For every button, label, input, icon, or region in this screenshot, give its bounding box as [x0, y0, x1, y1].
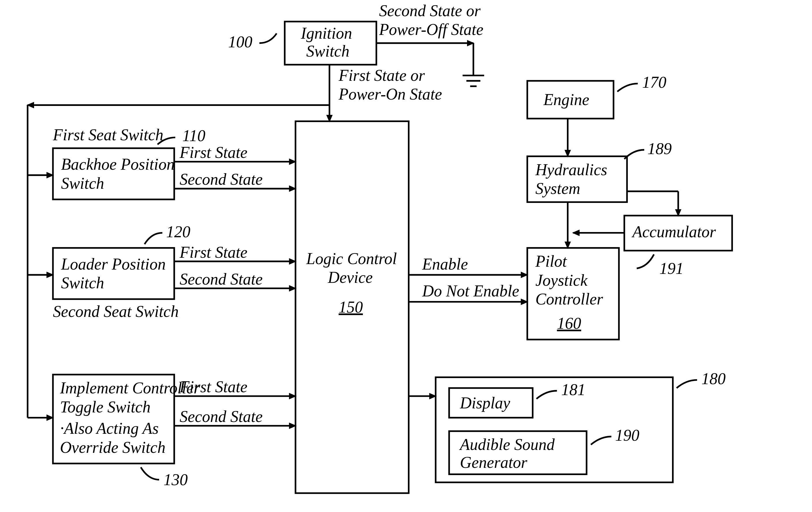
second-seat-switch-label: Second Seat Switch: [53, 302, 179, 320]
power-off-label-1: Second State or: [379, 2, 481, 20]
power-on-label-2: Power-On State: [338, 85, 442, 103]
hyd-label-1: Hydraulics: [535, 161, 607, 179]
logic-label-2: Device: [328, 268, 373, 286]
accumulator-label: Accumulator: [631, 223, 716, 241]
backhoe-first-state: First State: [179, 144, 248, 161]
ref-150: 150: [339, 298, 363, 316]
backhoe-second-state: Second State: [179, 171, 263, 188]
backhoe-label-2: Switch: [61, 174, 104, 192]
enable-label: Enable: [422, 255, 468, 273]
pilot-label-1: Pilot: [535, 252, 567, 270]
ref-120: 120: [166, 223, 191, 241]
first-seat-switch-label: First Seat Switch: [53, 126, 164, 144]
block-diagram: Ignition Switch 100 Second State or Powe…: [0, 0, 812, 512]
loader-second-state: Second State: [179, 270, 263, 288]
loader-first-state: First State: [179, 243, 248, 261]
pilot-label-3: Controller: [535, 290, 603, 308]
engine-label: Engine: [543, 91, 589, 109]
ref-181: 181: [561, 381, 585, 398]
ref-110: 110: [182, 127, 205, 145]
asg-label-2: Generator: [460, 453, 527, 471]
pilot-label-2: Joystick: [535, 271, 588, 289]
loader-label-1: Loader Position: [61, 255, 166, 273]
impl-label-1: Implement Controller: [60, 379, 200, 397]
impl-label-4: Override Switch: [60, 439, 166, 456]
power-off-label-2: Power-Off State: [379, 21, 483, 38]
impl-label-3: ·Also Acting As: [60, 419, 159, 437]
ref-190: 190: [615, 427, 639, 445]
display-label: Display: [460, 394, 510, 412]
hyd-label-2: System: [535, 180, 580, 198]
ref-170: 170: [642, 73, 666, 91]
impl-label-2: Toggle Switch: [60, 398, 151, 416]
loader-label-2: Switch: [61, 274, 104, 292]
ref-160: 160: [557, 314, 581, 332]
ref-180: 180: [701, 370, 726, 388]
logic-label-1: Logic Control: [306, 250, 397, 268]
ref-189: 189: [647, 140, 672, 158]
impl-first-state: First State: [179, 378, 248, 396]
ref-191: 191: [659, 260, 684, 277]
power-on-label-1: First State or: [338, 66, 425, 84]
do-not-enable-label: Do Not Enable: [422, 282, 519, 300]
ref-130: 130: [164, 471, 187, 489]
asg-label-1: Audible Sound: [459, 435, 555, 453]
backhoe-label-1: Backhoe Position: [61, 155, 175, 173]
ref-100: 100: [228, 33, 252, 51]
impl-second-state: Second State: [179, 408, 263, 425]
ignition-switch-label-2: Switch: [306, 42, 349, 60]
ignition-switch-label-1: Ignition: [300, 24, 352, 42]
